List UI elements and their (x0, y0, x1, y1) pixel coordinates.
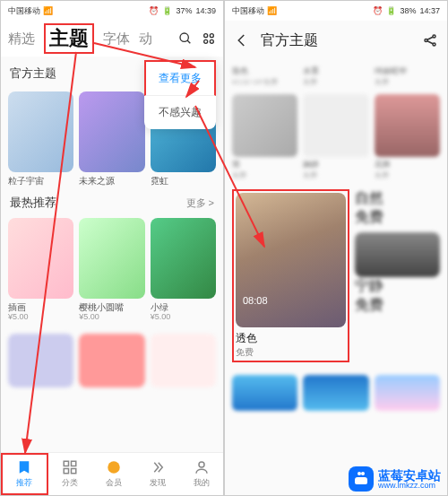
svg-point-4 (204, 39, 208, 43)
tab-fonts[interactable]: 字体 (103, 30, 130, 48)
svg-point-13 (433, 35, 435, 38)
nav-recommend[interactable]: 推荐 (1, 453, 48, 495)
person-icon (194, 459, 210, 475)
svg-point-3 (210, 34, 213, 38)
bookmark-icon (16, 459, 32, 475)
hot-section-header: 最热推荐 更多 > (1, 189, 223, 214)
discover-icon (150, 459, 166, 475)
theme-card[interactable]: 简免费 (232, 94, 297, 180)
grid-icon (62, 459, 78, 475)
clock-label: 14:37 (419, 6, 440, 15)
hot-grid: 插画 ¥5.00 樱桃小圆嘴 ¥5.00 小绿 ¥5.00 (1, 214, 223, 325)
page-header: 官方主题 (225, 21, 447, 60)
signal-icon: 📶 (267, 6, 277, 15)
battery-percent: 37% (176, 6, 192, 15)
top-tabs: 精选 主题 字体 动 (1, 21, 223, 57)
nav-mine[interactable]: 我的 (179, 453, 223, 495)
svg-point-10 (108, 461, 120, 474)
tab-featured[interactable]: 精选 (8, 30, 35, 48)
svg-line-1 (187, 40, 190, 43)
svg-point-2 (204, 34, 208, 38)
dropdown-menu: 查看更多 不感兴趣 (144, 60, 216, 129)
theme-thumbnail (151, 218, 216, 299)
watermark-url: www.lmkzz.com (378, 482, 441, 490)
carrier-label: 中国移动 (232, 5, 264, 17)
featured-theme-row: 08:08 透色 免费 自然 免费 宁静 免费 (225, 184, 447, 368)
nav-categories[interactable]: 分类 (48, 453, 92, 495)
theme-thumbnail (8, 218, 73, 299)
svg-point-12 (425, 39, 427, 42)
watermark-robot-icon (349, 466, 374, 492)
tab-anim[interactable]: 动 (139, 30, 152, 48)
alarm-icon: ⏰ (373, 6, 383, 15)
battery-percent: 38% (400, 6, 416, 15)
featured-theme-card[interactable]: 08:08 透色 免费 (232, 189, 349, 362)
svg-point-0 (180, 33, 188, 41)
theme-card[interactable]: 粒子宇宙 (8, 91, 73, 186)
search-icon[interactable] (178, 31, 193, 46)
hot-title: 最热推荐 (10, 195, 56, 211)
theme-card[interactable]: 未来之源 (79, 91, 144, 186)
nav-member[interactable]: 会员 (92, 453, 136, 495)
clock-label: 14:39 (195, 6, 216, 15)
theme-card[interactable]: 娴静免费 (303, 94, 368, 180)
theme-thumbnail (79, 218, 144, 299)
theme-row-partial (225, 371, 447, 414)
featured-theme-name: 透色 (236, 331, 346, 346)
svg-point-5 (210, 39, 213, 43)
theme-card[interactable]: 花舞免费 (375, 94, 440, 180)
coin-icon (106, 459, 122, 475)
watermark-title: 蓝莓安卓站 (378, 469, 441, 482)
grid-icon[interactable] (202, 31, 216, 46)
phone-left-screenshot: 中国移动 📶 ⏰ 🔋 37% 14:39 精选 主题 字体 动 官方 (0, 0, 224, 496)
svg-rect-6 (64, 461, 68, 466)
alarm-icon: ⏰ (149, 6, 159, 15)
partial-grid (1, 330, 223, 391)
theme-thumbnail (79, 91, 144, 172)
svg-rect-7 (72, 461, 76, 466)
theme-row: 简免费 娴静免费 花舞免费 (225, 91, 447, 184)
theme-card[interactable]: 宁静 免费 (355, 232, 440, 315)
theme-row-partial: 致色¥3.00 VIP免费 水墨免费 绮丽昭华免费 (225, 60, 447, 91)
side-theme-cards: 自然 免费 宁静 免费 (355, 189, 440, 362)
svg-point-14 (433, 43, 435, 46)
featured-theme-price: 免费 (236, 346, 346, 359)
theme-card[interactable]: 小绿 ¥5.00 (151, 218, 216, 321)
official-title: 官方主题 (10, 65, 56, 82)
featured-theme-thumbnail: 08:08 (236, 193, 346, 327)
carrier-label: 中国移动 (8, 5, 40, 17)
tab-themes[interactable]: 主题 (44, 23, 94, 54)
dropdown-view-more[interactable]: 查看更多 (144, 60, 216, 96)
theme-card[interactable]: 插画 ¥5.00 (8, 218, 73, 321)
theme-thumbnail (8, 91, 73, 172)
back-icon[interactable] (234, 32, 250, 48)
battery-icon: 🔋 (162, 6, 172, 15)
lockscreen-time-overlay: 08:08 (243, 295, 268, 306)
status-bar: 中国移动 📶 ⏰ 🔋 38% 14:37 (225, 1, 447, 21)
phone-right-screenshot: 中国移动 📶 ⏰ 🔋 38% 14:37 官方主题 致色¥3.00 VIP免费 … (224, 0, 448, 496)
bottom-nav: 推荐 分类 会员 发现 我的 (1, 452, 223, 495)
theme-card[interactable]: 樱桃小圆嘴 ¥5.00 (79, 218, 144, 321)
svg-point-11 (199, 462, 204, 467)
svg-rect-9 (72, 469, 76, 474)
watermark: 蓝莓安卓站 www.lmkzz.com (349, 466, 441, 492)
page-title: 官方主题 (261, 31, 318, 50)
nav-discover[interactable]: 发现 (135, 453, 179, 495)
dropdown-not-interested[interactable]: 不感兴趣 (144, 96, 216, 129)
battery-icon: 🔋 (386, 6, 396, 15)
hot-more-link[interactable]: 更多 > (186, 196, 214, 210)
theme-card[interactable]: 自然 免费 (355, 189, 440, 227)
theme-thumbnail (355, 232, 440, 277)
svg-rect-8 (64, 469, 68, 474)
status-bar: 中国移动 📶 ⏰ 🔋 37% 14:39 (1, 1, 223, 21)
signal-icon: 📶 (43, 6, 53, 15)
share-icon[interactable] (422, 32, 438, 48)
